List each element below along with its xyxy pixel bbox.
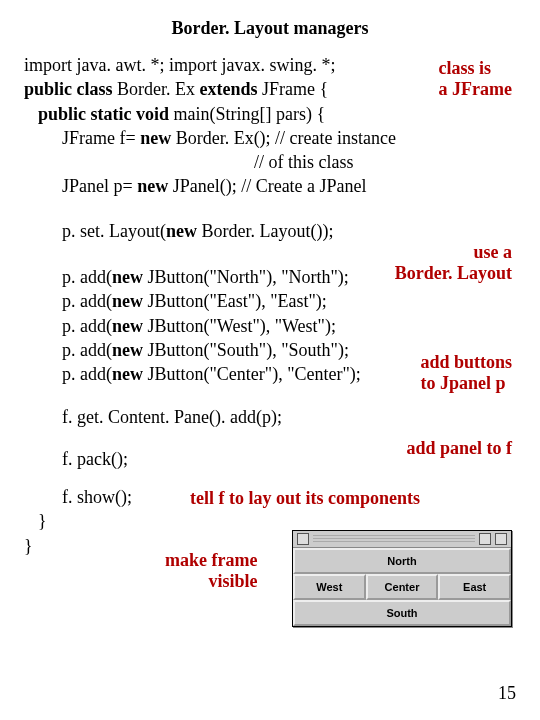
annotation-tell-f: tell f to lay out its components (190, 488, 420, 509)
annotation-add-panel: add panel to f (406, 438, 512, 459)
annotation-add-buttons: add buttons to Jpanel p (420, 352, 512, 394)
titlebar-lines (313, 535, 475, 543)
west-button[interactable]: West (293, 574, 366, 600)
titlebar-button (479, 533, 491, 545)
annotation-make-frame: make frame visible (165, 550, 257, 592)
titlebar-button (297, 533, 309, 545)
window-titlebar (293, 531, 511, 548)
code-block-2: p. set. Layout(new Border. Layout()); (62, 219, 516, 243)
borderlayout-window: North West Center East South (292, 530, 512, 627)
titlebar-button (495, 533, 507, 545)
east-button[interactable]: East (438, 574, 511, 600)
page-number: 15 (498, 683, 516, 704)
annotation-class-is: class is a JFrame (439, 58, 512, 100)
page-title: Border. Layout managers (24, 18, 516, 39)
south-button[interactable]: South (293, 600, 511, 626)
code-block-4: f. get. Content. Pane(). add(p); (62, 405, 516, 429)
north-button[interactable]: North (293, 548, 511, 574)
annotation-use-a: use a Border. Layout (395, 242, 512, 284)
center-button[interactable]: Center (366, 574, 439, 600)
